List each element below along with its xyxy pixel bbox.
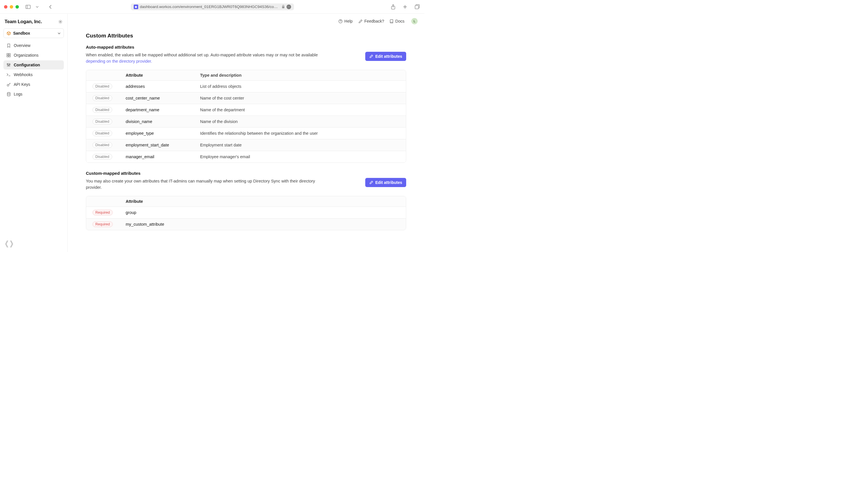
attr-name: department_name: [124, 105, 198, 115]
sidebar: Team Logan, Inc. Sandbox Overview: [0, 14, 68, 252]
desc-text: When enabled, the values will be mapped …: [86, 53, 318, 57]
table-row: Disableddepartment_nameName of the depar…: [86, 104, 406, 116]
nav-label: Overview: [14, 43, 30, 48]
nav-label: API Keys: [14, 82, 30, 87]
svg-rect-8: [7, 55, 8, 57]
table-row: Requiredmy_custom_attribute: [86, 218, 406, 230]
pen-icon: [358, 19, 363, 23]
attr-desc: Employee manager's email: [198, 151, 406, 162]
sidebar-item-api-keys[interactable]: API Keys: [3, 80, 64, 89]
header-attribute: Attribute: [124, 70, 198, 80]
feedback-link[interactable]: Feedback?: [358, 19, 384, 23]
attr-name: my_custom_attribute: [124, 219, 198, 229]
sidebar-item-logs[interactable]: Logs: [3, 90, 64, 99]
table-row: Disabledcost_center_nameName of the cost…: [86, 92, 406, 104]
section-desc-auto: When enabled, the values will be mapped …: [86, 52, 320, 65]
attr-name: employment_start_date: [124, 140, 198, 150]
table-row: Disabledmanager_emailEmployee manager's …: [86, 151, 406, 162]
attr-desc: Identifies the relationship between the …: [198, 128, 406, 139]
chevron-down-icon[interactable]: [34, 3, 41, 10]
sidebar-item-organizations[interactable]: Organizations: [3, 51, 64, 60]
status-badge: Required: [92, 221, 113, 227]
help-link[interactable]: Help: [338, 19, 353, 23]
status-badge: Disabled: [92, 84, 112, 89]
site-favicon: ◆: [134, 4, 138, 9]
key-icon: [6, 83, 11, 87]
edit-attributes-button[interactable]: Edit attributes: [365, 52, 406, 61]
browser-titlebar: ◆ dashboard.workos.com/environment_01ERG…: [0, 0, 424, 14]
feedback-label: Feedback?: [364, 19, 384, 23]
grid-icon: [6, 53, 11, 57]
chevron-down-icon: [57, 32, 61, 34]
nav-label: Logs: [14, 92, 22, 96]
sidebar-nav: Overview Organizations Configuration Web…: [3, 41, 64, 99]
sidebar-toggle-icon[interactable]: [24, 3, 32, 10]
status-badge: Required: [92, 210, 113, 215]
table-row: Disableddivision_nameName of the divisio…: [86, 116, 406, 128]
button-label: Edit attributes: [375, 180, 402, 185]
attr-name: addresses: [124, 81, 198, 92]
svg-point-12: [10, 64, 10, 65]
workos-logo-icon: [4, 240, 14, 248]
header-attribute: Attribute: [124, 196, 198, 206]
maximize-window-button[interactable]: [15, 5, 19, 8]
book-icon: [390, 19, 394, 23]
sidebar-item-overview[interactable]: Overview: [3, 41, 64, 50]
help-icon: [338, 19, 343, 23]
site-menu-icon[interactable]: ···: [287, 4, 291, 9]
table-row: Disabledemployment_start_dateEmployment …: [86, 139, 406, 151]
url-text: dashboard.workos.com/environment_01ERG1B…: [140, 4, 280, 9]
edit-icon: [369, 180, 373, 184]
status-badge: Disabled: [92, 154, 112, 160]
attr-desc: Name of the department: [198, 105, 406, 115]
section-desc-custom: You may also create your own attributes …: [86, 178, 320, 191]
header-type: Type and description: [198, 70, 406, 80]
environment-label: Sandbox: [13, 31, 30, 35]
svg-point-10: [7, 64, 8, 65]
attr-desc: List of address objects: [198, 81, 406, 92]
provider-docs-link[interactable]: depending on the directory provider.: [86, 59, 152, 64]
section-title-auto: Auto-mapped attributes: [86, 44, 406, 50]
avatar[interactable]: L: [411, 18, 418, 24]
nav-label: Organizations: [14, 53, 38, 57]
database-icon: [6, 92, 11, 96]
attr-name: manager_email: [124, 151, 198, 162]
edit-attributes-button[interactable]: Edit attributes: [365, 178, 406, 187]
status-badge: Disabled: [92, 107, 112, 113]
window-controls: [4, 5, 19, 8]
sidebar-item-configuration[interactable]: Configuration: [3, 60, 64, 70]
custom-attributes-table: Attribute RequiredgroupRequiredmy_custom…: [86, 196, 406, 230]
svg-rect-2: [282, 6, 284, 8]
close-window-button[interactable]: [4, 5, 7, 8]
svg-point-14: [7, 92, 10, 93]
edit-icon: [369, 54, 373, 58]
help-label: Help: [344, 19, 353, 23]
attr-name: group: [124, 208, 198, 218]
topbar: Help Feedback? Docs L: [68, 14, 424, 29]
table-header: Attribute Type and description: [86, 70, 406, 81]
svg-point-11: [8, 65, 9, 66]
attr-name: division_name: [124, 116, 198, 127]
back-button[interactable]: [47, 3, 54, 10]
svg-rect-0: [26, 5, 30, 8]
page-title: Custom Attributes: [86, 33, 406, 39]
status-badge: Disabled: [92, 142, 112, 148]
share-icon[interactable]: [389, 3, 396, 10]
gear-icon[interactable]: [58, 19, 63, 24]
button-label: Edit attributes: [375, 54, 402, 59]
avatar-initial: L: [414, 19, 416, 23]
tabs-overview-icon[interactable]: [414, 3, 420, 10]
docs-link[interactable]: Docs: [390, 19, 404, 23]
url-bar[interactable]: ◆ dashboard.workos.com/environment_01ERG…: [131, 3, 294, 10]
environment-selector[interactable]: Sandbox: [3, 28, 64, 38]
terminal-icon: [6, 73, 11, 76]
sidebar-item-webhooks[interactable]: Webhooks: [3, 70, 64, 79]
status-badge: Disabled: [92, 95, 112, 101]
minimize-window-button[interactable]: [10, 5, 13, 8]
bookmark-icon: [6, 43, 11, 48]
nav-label: Configuration: [14, 62, 40, 67]
new-tab-icon[interactable]: [402, 3, 409, 10]
attr-name: cost_center_name: [124, 93, 198, 103]
lock-icon: [282, 5, 285, 8]
table-header: Attribute: [86, 196, 406, 207]
